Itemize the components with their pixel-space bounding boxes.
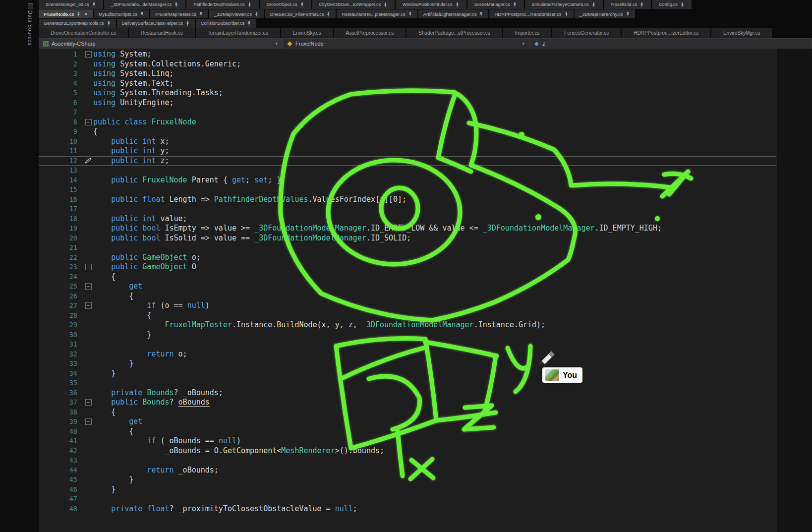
code-line[interactable]: 25− get	[39, 282, 776, 292]
tab-restaurantho-plemanager-cs[interactable]: RestaurantHo...pleManager.cs	[337, 9, 417, 18]
project-dropdown[interactable]: Assembly-CSharp ▾	[39, 39, 283, 49]
pin-icon[interactable]	[479, 11, 483, 17]
type-dropdown[interactable]: FruxelNode ▾	[283, 39, 529, 49]
code-line[interactable]: 4using System.Text;	[39, 79, 776, 89]
code-line[interactable]: 31	[39, 340, 776, 350]
pin-icon[interactable]	[254, 11, 259, 17]
pin-icon[interactable]	[185, 21, 190, 26]
tab-deliverysurfaceclasshelper-cs[interactable]: DeliverySurfaceClassHelper.cs	[117, 19, 195, 28]
tab-scenemanager-cs[interactable]: SceneManager.cs	[467, 0, 524, 9]
code-line[interactable]: 5using System.Threading.Tasks;	[39, 88, 776, 98]
pin-icon[interactable]	[247, 2, 252, 7]
code-line[interactable]: 10 public int x;	[39, 137, 776, 147]
code-line[interactable]: 42 _oBounds = O.GetComponent<MeshRendere…	[39, 446, 776, 456]
pin-icon[interactable]	[591, 2, 596, 7]
tab-generator2exportmaptools-cs[interactable]: Generator2ExportMapTools.cs	[39, 19, 116, 28]
code-line[interactable]: 34 }	[39, 369, 776, 379]
code-line[interactable]: 6using UnityEngine;	[39, 98, 776, 108]
fold-marker[interactable]: −	[83, 398, 93, 408]
tab-hdrppostproc-izereditor-cs[interactable]: HDRPPostproc...izerEditor.cs	[622, 28, 710, 38]
code-line[interactable]: 46 }	[39, 485, 776, 495]
code-line[interactable]: 38 {	[39, 408, 776, 417]
code-line[interactable]: 3using System.Linq;	[39, 69, 776, 79]
pin-icon[interactable]	[300, 2, 304, 7]
tab-terrainlayerrandomizer-cs[interactable]: TerrainLayerRandomizer.cs	[196, 28, 280, 38]
fold-marker[interactable]: −	[83, 262, 93, 272]
code-line[interactable]: 1−using System;	[39, 50, 776, 59]
tab-myeditorscripts-cs[interactable]: MyEditorScripts.cs	[94, 9, 150, 18]
code-line[interactable]: 22 public GameObject o;	[39, 253, 776, 263]
pin-icon[interactable]	[408, 11, 412, 17]
code-line[interactable]: 39− get	[39, 417, 776, 427]
pin-icon[interactable]	[247, 21, 251, 26]
code-line[interactable]: 7	[39, 108, 776, 118]
code-line[interactable]: 17	[39, 204, 776, 214]
tab-hdrppostproc-randomizer-cs[interactable]: HDRPPostproc...Randomizer.cs	[489, 9, 573, 18]
tab-droneorientationcontroller-cs[interactable]: DroneOrientationController.cs	[39, 28, 128, 38]
tab-fruxelmaptester-cs[interactable]: FruxelMapTester.cs	[150, 9, 208, 18]
pin-icon[interactable]	[639, 2, 644, 7]
code-line[interactable]: 44 return _oBounds;	[39, 466, 776, 475]
code-line[interactable]: 40 {	[39, 427, 776, 437]
fold-marker[interactable]: −	[83, 50, 93, 59]
code-line[interactable]: 41 if (_oBounds == null)	[39, 436, 776, 446]
tab-scenemanager-02-cs[interactable]: SceneManager_02.cs	[39, 0, 103, 9]
code-line[interactable]: 47	[39, 494, 776, 504]
pin-icon[interactable]	[626, 11, 630, 17]
code-line[interactable]: 14 public FruxelNode Parent { get; set; …	[39, 176, 776, 185]
code-line[interactable]: 20 public bool IsSolid => value == _3DFo…	[39, 234, 776, 243]
code-line[interactable]: 2using System.Collections.Generic;	[39, 59, 776, 69]
pin-icon[interactable]	[680, 2, 685, 7]
pin-icon[interactable]	[455, 2, 460, 7]
tab-pathfinderdepthvalues-cs[interactable]: PathfinderDepthValues.cs	[186, 0, 258, 9]
tab-fencesgenerator-cs[interactable]: FencesGenerator.cs	[552, 28, 621, 38]
code-line[interactable]: 33 }	[39, 359, 776, 369]
pin-icon[interactable]	[199, 11, 203, 17]
tab-droneobject-cs[interactable]: DroneObject.cs	[260, 0, 311, 9]
tab--3dfoundatio-delmanager-cs[interactable]: _3DFoundatio...delManager.cs	[104, 0, 186, 9]
tab-importer-cs[interactable]: Importer.cs	[503, 28, 551, 38]
pin-icon[interactable]	[92, 2, 96, 7]
code-line[interactable]: 12 public int z;	[39, 156, 776, 166]
code-line[interactable]: 18 public int value;	[39, 214, 776, 224]
data-sources-tab[interactable]: Data Sources	[26, 8, 34, 48]
code-line[interactable]: 45 }	[39, 475, 776, 485]
code-line[interactable]: 37− public Bounds? oBounds	[39, 398, 776, 408]
tab-restauranthook-cs[interactable]: RestaurantHook.cs	[129, 28, 195, 38]
fold-marker[interactable]: −	[83, 417, 93, 427]
pin-icon[interactable]	[564, 11, 569, 17]
pin-icon[interactable]	[76, 11, 81, 17]
pin-icon[interactable]	[513, 2, 517, 7]
pin-icon[interactable]	[326, 11, 331, 17]
tab-envirosky-cs[interactable]: EnviroSky.cs	[281, 28, 333, 38]
code-line[interactable]: 43	[39, 456, 776, 466]
fold-marker[interactable]: −	[83, 118, 93, 127]
tab-fruxelnode-cs[interactable]: FruxelNode.cs×	[39, 9, 93, 18]
code-line[interactable]: 26 {	[39, 292, 776, 301]
fold-marker[interactable]: −	[83, 282, 93, 292]
tab-assetpreprocessor-cs[interactable]: AssetPreprocessor.cs	[334, 28, 406, 38]
code-line[interactable]: 27− if (o == null)	[39, 301, 776, 311]
fold-marker[interactable]: −	[83, 301, 93, 311]
code-line[interactable]: 32 return o;	[39, 350, 776, 359]
tab-windowpositionfinder-cs[interactable]: WindowPositionFinder.cs	[396, 0, 466, 9]
tab-fruxelgrid-cs[interactable]: FruxelGrid.cs	[604, 0, 651, 9]
tab-config-cs[interactable]: Config.cs	[652, 0, 692, 9]
code-line[interactable]: 28 {	[39, 311, 776, 321]
close-icon[interactable]: ×	[84, 11, 87, 17]
pin-icon[interactable]	[174, 2, 178, 7]
tab-onesec3d-fileformat-cs[interactable]: OneSec3D_FileFormat.cs	[265, 9, 336, 18]
tab-enviroskymgr-cs[interactable]: EnviroSkyMgr.cs	[711, 28, 772, 38]
code-line[interactable]: 19 public bool IsEmpty => value >= _3DFo…	[39, 224, 776, 234]
code-line[interactable]: 23− public GameObject O	[39, 262, 776, 272]
code-line[interactable]: 30 }	[39, 330, 776, 340]
code-line[interactable]: 48 private float? _proximityToClosestObs…	[39, 504, 776, 514]
pin-icon[interactable]	[140, 11, 144, 17]
code-line[interactable]: 24 {	[39, 272, 776, 282]
tab-simulatedfisheyecamera-cs[interactable]: SimulatedFisheyeCamera.cs	[525, 0, 603, 9]
code-line[interactable]: 36 private Bounds? _oBounds;	[39, 388, 776, 398]
member-dropdown[interactable]: z	[529, 39, 812, 49]
code-line[interactable]: 13	[39, 166, 776, 176]
code-editor[interactable]: 1−using System;2using System.Collections…	[39, 48, 812, 532]
code-line[interactable]: 16 public float Length => PathfinderDept…	[39, 195, 776, 205]
